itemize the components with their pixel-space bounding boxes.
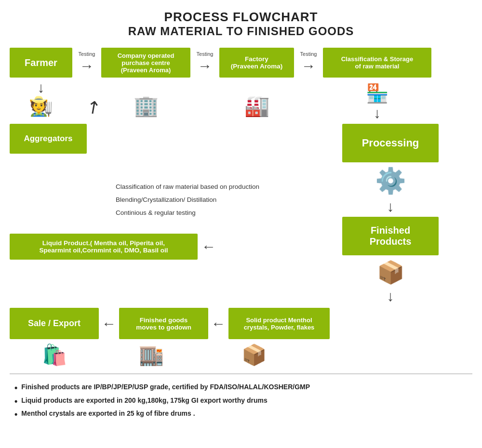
classification-storage-box: Classification & Storage of raw material	[323, 48, 431, 78]
bullet-item-2: • Liquid products are exported in 200 kg…	[14, 396, 472, 407]
bullet-section: • Finished products are IP/BP/JP/EP/USP …	[10, 383, 472, 420]
bottom-row: Sale / Export ← Finished goods moves to …	[10, 308, 337, 339]
pallet-icon-area: 📦	[203, 343, 305, 367]
testing-label-3: Testing	[300, 51, 317, 57]
right-arrow-2: →	[198, 58, 212, 74]
down-arrow-classification: ↓	[374, 106, 381, 120]
warehouse-icon-area: 🏪 ↓	[323, 80, 431, 120]
open-box-icon: 📦	[377, 259, 404, 285]
right-arrow-1: →	[80, 58, 94, 74]
pallet-icon: 📦	[241, 343, 267, 367]
bullet-item-3: • Menthol crystals are exported in 25 kg…	[14, 409, 472, 420]
godown-icon-area: 🏬	[107, 343, 196, 367]
godown-icon: 🏬	[139, 343, 164, 367]
sale-export-box: Sale / Export	[10, 308, 99, 339]
bullet-dot-1: •	[14, 383, 17, 394]
arrow-purchase-factory: Testing →	[190, 51, 219, 74]
left-arrow-sale: ←	[102, 316, 116, 332]
gear-icon: ⚙️	[375, 166, 406, 196]
right-arrow-3: →	[301, 58, 316, 74]
testing-label-1: Testing	[79, 51, 95, 57]
factory-box: Factory (Praveen Aroma)	[219, 48, 294, 78]
down-arrow-finished: ↓	[387, 289, 394, 303]
farmer-icon: 🧑‍🌾	[29, 95, 53, 118]
bottom-icons-row: 🛍️ 🏬 📦	[10, 343, 337, 367]
down-arrow-farmer: ↓	[38, 80, 45, 95]
farmer-box: Farmer	[10, 48, 72, 78]
warehouse-icon: 🏪	[366, 80, 388, 104]
testing-label-2: Testing	[197, 51, 214, 57]
title-line2: RAW MATERIAL TO FINISHED GOODS	[10, 25, 472, 38]
arrow-farmer-purchase: Testing →	[72, 51, 101, 74]
bag-icon-area: 🛍️	[10, 343, 99, 367]
finished-products-box: Finished Products	[342, 217, 439, 255]
bullet-item-1: • Finished products are IP/BP/JP/EP/USP …	[14, 383, 472, 394]
bullet-dot-2: •	[14, 396, 17, 407]
godown-box: Finished goods moves to godown	[119, 308, 208, 339]
left-arrow-liquid: ←	[201, 238, 216, 255]
flowchart: Farmer Testing → Company operated purcha…	[10, 48, 472, 367]
right-col: Processing ⚙️ ↓ Finished Products 📦 ↓	[342, 124, 439, 367]
aggregators-box: Aggregators	[10, 124, 87, 154]
section-divider	[10, 373, 472, 374]
title-section: PROCESS FLOWCHART RAW MATERIAL TO FINISH…	[10, 10, 472, 38]
classification-text-block: Classification of raw material based on …	[116, 180, 337, 219]
factory-icon: 🏭	[244, 94, 269, 118]
solid-product-box: Solid product Menthol crystals, Powder, …	[228, 308, 330, 339]
factory-icon-area: 🏭	[219, 80, 294, 118]
left-middle-col: Aggregators ↗ Classification of raw mate…	[10, 124, 337, 367]
down-arrow-processing: ↓	[387, 199, 394, 214]
purchase-box: Company operated purchase centre (Pravee…	[101, 48, 190, 78]
bag-icon: 🛍️	[42, 343, 67, 367]
processing-box: Processing	[342, 124, 439, 162]
building-icon: 🏢	[134, 94, 159, 118]
bullet-dot-3: •	[14, 409, 17, 420]
farmer-icon-area: ↓ 🧑‍🌾	[10, 80, 72, 118]
liquid-product-box: Liquid Product.( Mentha oil, Piperita oi…	[10, 234, 198, 260]
building-icon-area: 🏢	[101, 80, 190, 118]
arrow-factory-classification: Testing →	[294, 51, 323, 74]
title-line1: PROCESS FLOWCHART	[10, 10, 472, 25]
left-arrow-godown: ←	[211, 316, 226, 332]
liquid-product-row: Liquid Product.( Mentha oil, Piperita oi…	[10, 234, 337, 260]
